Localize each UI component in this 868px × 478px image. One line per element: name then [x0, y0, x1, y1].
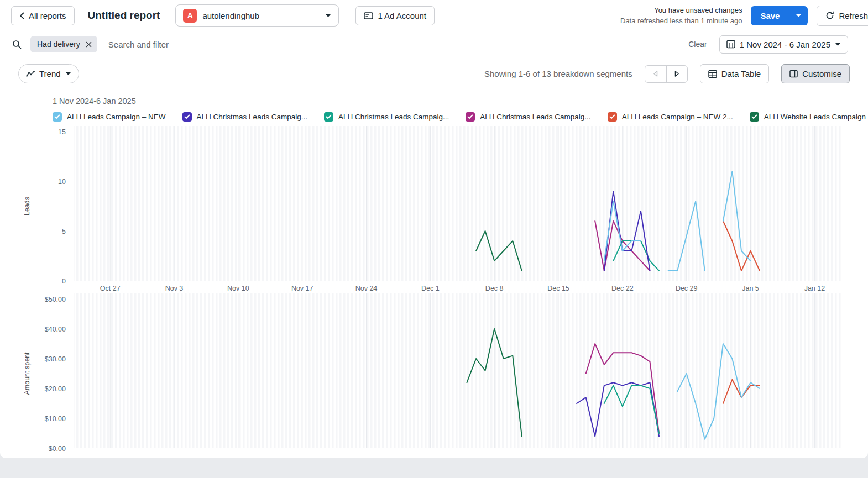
- next-triangle-icon: [673, 70, 680, 77]
- data-table-label: Data Table: [721, 69, 761, 78]
- y-tick-label: $50.00: [45, 296, 66, 303]
- top-bar: All reports Untitled report A autolendin…: [0, 0, 868, 31]
- x-tick-label: Dec 8: [485, 285, 504, 292]
- chevron-down-icon: [796, 14, 802, 18]
- unsaved-changes-text: You have unsaved changes: [620, 5, 742, 16]
- legend-item[interactable]: ALH Leads Campaign – NEW: [53, 112, 166, 122]
- legend-item[interactable]: ALH Leads Campaign – NEW 2...: [608, 112, 733, 122]
- data-table-button[interactable]: Data Table: [700, 64, 769, 83]
- ad-account-button[interactable]: 1 Ad Account: [355, 6, 435, 25]
- legend-checkbox[interactable]: [324, 112, 333, 122]
- legend-checkbox[interactable]: [466, 112, 475, 122]
- breakdown-segments-count: Showing 1-6 of 13 breakdown segments: [484, 69, 632, 78]
- refresh-label: Refresh: [839, 11, 868, 20]
- next-page-button[interactable]: [666, 66, 687, 82]
- view-type-dropdown[interactable]: Trend: [18, 64, 79, 83]
- y-tick-label: 10: [58, 178, 66, 186]
- refresh-icon: [825, 11, 834, 20]
- x-tick-label: Jan 12: [804, 285, 825, 292]
- toolbar-right: Showing 1-6 of 13 breakdown segments Dat…: [484, 64, 850, 83]
- x-tick-label: Nov 24: [355, 285, 378, 292]
- legend-checkbox[interactable]: [182, 112, 192, 122]
- legend-item[interactable]: ALH Christmas Leads Campaig...: [324, 112, 449, 122]
- filter-chip-had-delivery[interactable]: Had delivery: [30, 36, 97, 52]
- filter-bar: Had delivery Clear 1 Nov 2024 - 6 Jan 20…: [0, 31, 868, 57]
- previous-triangle-icon: [652, 70, 659, 77]
- close-icon[interactable]: [86, 41, 92, 48]
- customise-panel-icon: [789, 70, 798, 78]
- header-right: You have unsaved changes Data refreshed …: [620, 5, 868, 27]
- y-tick-label: $10.00: [45, 415, 66, 423]
- x-tick-label: Oct 27: [100, 285, 121, 292]
- save-button[interactable]: Save: [751, 6, 789, 25]
- filter-bar-right: Clear 1 Nov 2024 - 6 Jan 2025: [688, 35, 868, 54]
- chart-card: 1 Nov 2024-6 Jan 2025 ALH Leads Campaign…: [0, 89, 868, 458]
- previous-page-button[interactable]: [645, 66, 666, 82]
- status-text: You have unsaved changes Data refreshed …: [620, 5, 742, 27]
- legend-label: ALH Website Leads Campaign 1: [764, 113, 868, 121]
- y-tick-label: 15: [58, 128, 66, 136]
- all-reports-button[interactable]: All reports: [11, 6, 75, 25]
- chart-legend: ALH Leads Campaign – NEWALH Christmas Le…: [53, 112, 868, 122]
- calendar-grid-icon: [726, 40, 735, 49]
- legend-item[interactable]: ALH Christmas Leads Campaig...: [466, 112, 590, 122]
- x-tick-label: Nov 3: [165, 285, 184, 292]
- legend-item[interactable]: ALH Website Leads Campaign 1: [750, 112, 868, 122]
- back-chevron-icon: [19, 12, 24, 19]
- chevron-down-icon: [325, 14, 331, 18]
- ad-account-label: 1 Ad Account: [378, 11, 426, 20]
- y-tick-label: 5: [62, 228, 66, 235]
- y-tick-label: $30.00: [45, 355, 66, 363]
- chart-date-range-title: 1 Nov 2024-6 Jan 2025: [53, 97, 868, 106]
- account-avatar: A: [183, 9, 197, 23]
- legend-item[interactable]: ALH Christmas Leads Campaig...: [182, 112, 307, 122]
- legend-checkbox[interactable]: [53, 112, 62, 122]
- view-type-label: Trend: [39, 69, 61, 78]
- date-range-picker[interactable]: 1 Nov 2024 - 6 Jan 2025: [719, 35, 848, 54]
- legend-label: ALH Leads Campaign – NEW: [67, 113, 166, 121]
- account-dropdown[interactable]: A autolendinghub: [175, 4, 339, 27]
- refresh-button[interactable]: Refresh: [817, 6, 868, 26]
- clear-button[interactable]: Clear: [688, 40, 707, 49]
- y-axis-title: Amount spent: [23, 352, 31, 395]
- chart-toolbar: Trend Showing 1-6 of 13 breakdown segmen…: [0, 57, 868, 89]
- leads-trend-chart[interactable]: Oct 27Nov 3Nov 10Nov 17Nov 24Dec 1Dec 8D…: [18, 125, 843, 293]
- data-refreshed-text: Data refreshed less than 1 minute ago: [620, 15, 742, 27]
- date-range-label: 1 Nov 2024 - 6 Jan 2025: [740, 40, 830, 49]
- x-tick-label: Dec 22: [611, 285, 634, 292]
- amount-spent-trend-chart[interactable]: $0.00$10.00$20.00$30.00$40.00$50.00Amoun…: [18, 293, 843, 455]
- legend-label: ALH Christmas Leads Campaig...: [480, 113, 590, 121]
- legend-checkbox[interactable]: [608, 112, 617, 122]
- account-name: autolendinghub: [202, 11, 259, 20]
- y-tick-label: $0.00: [49, 445, 66, 453]
- y-tick-label: 0: [62, 277, 66, 285]
- filter-chip-label: Had delivery: [37, 40, 80, 49]
- x-tick-label: Dec 15: [547, 285, 569, 292]
- legend-checkbox[interactable]: [750, 112, 759, 122]
- all-reports-label: All reports: [29, 11, 66, 20]
- search-input[interactable]: [108, 40, 688, 49]
- pagination: [645, 65, 688, 83]
- y-tick-label: $20.00: [45, 385, 66, 393]
- data-table-icon: [708, 70, 717, 78]
- legend-label: ALH Leads Campaign – NEW 2...: [622, 113, 733, 121]
- customise-label: Customise: [802, 69, 841, 78]
- y-axis-title: Leads: [23, 197, 31, 216]
- y-tick-label: $40.00: [45, 325, 66, 333]
- report-title: Untitled report: [88, 9, 160, 22]
- customise-button[interactable]: Customise: [781, 64, 850, 83]
- x-tick-label: Nov 17: [291, 285, 313, 292]
- save-split-button: Save: [751, 6, 808, 25]
- legend-label: ALH Christmas Leads Campaig...: [338, 113, 449, 121]
- trend-icon: [26, 71, 35, 77]
- plot-background: [74, 293, 842, 448]
- search-icon: [12, 40, 22, 49]
- chevron-down-icon: [835, 43, 841, 46]
- x-tick-label: Dec 1: [421, 285, 440, 292]
- x-tick-label: Nov 10: [227, 285, 249, 292]
- x-tick-label: Dec 29: [676, 285, 698, 292]
- ad-account-icon: [364, 12, 373, 20]
- legend-label: ALH Christmas Leads Campaig...: [197, 113, 307, 121]
- save-options-button[interactable]: [789, 6, 808, 25]
- x-tick-label: Jan 5: [742, 285, 759, 292]
